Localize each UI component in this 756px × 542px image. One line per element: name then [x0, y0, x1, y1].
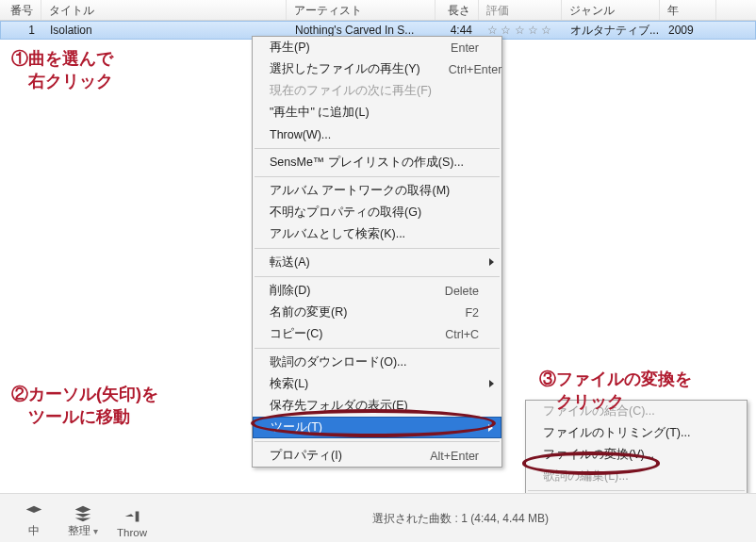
- menu-rename-shortcut: F2: [465, 306, 479, 320]
- toolbar-throw-button[interactable]: Throw: [107, 506, 156, 538]
- col-number[interactable]: 番号: [0, 0, 41, 20]
- menu-separator: [528, 490, 745, 491]
- menu-search[interactable]: 検索(L): [253, 373, 501, 395]
- annotation-3: ③ファイルの変換を クリック: [539, 368, 692, 414]
- menu-separator: [255, 148, 500, 149]
- menu-play-selected-label: 選択したファイルの再生(Y): [270, 61, 420, 77]
- menu-play-selected[interactable]: 選択したファイルの再生(Y) Ctrl+Enter: [253, 58, 501, 80]
- layers-icon: [73, 503, 93, 524]
- toolbar-view-label: 中: [28, 524, 40, 538]
- menu-transfer[interactable]: 転送(A): [253, 252, 501, 273]
- cell-year: 2009: [661, 22, 717, 39]
- menu-delete-shortcut: Delete: [445, 285, 479, 298]
- col-rating[interactable]: 評価: [479, 0, 562, 20]
- menu-play-after-current: 現在のファイルの次に再生(F): [253, 80, 501, 102]
- menu-play-shortcut: Enter: [451, 41, 479, 55]
- cell-genre: オルタナティブ...: [563, 21, 661, 41]
- menu-separator: [255, 176, 500, 177]
- menu-search-as-album-label: アルバムとして検索(K)...: [270, 226, 405, 242]
- cell-title: Isolation: [42, 22, 288, 39]
- menu-search-label: 検索(L): [270, 376, 308, 392]
- stack-icon: [24, 503, 44, 524]
- col-artist[interactable]: アーティスト: [287, 0, 436, 20]
- menu-separator: [255, 441, 500, 442]
- annotation-circle-2: [522, 452, 660, 475]
- menu-separator: [255, 276, 500, 277]
- menu-separator: [255, 248, 500, 249]
- toolbar-organize-label: 整理: [68, 524, 98, 538]
- menu-add-to-playing-label: "再生中" に追加(L): [270, 105, 370, 121]
- menu-get-artwork[interactable]: アルバム アートワークの取得(M): [253, 180, 501, 202]
- annotation-1: ①曲を選んで 右クリック: [11, 47, 113, 93]
- menu-rename-label: 名前の変更(R): [270, 304, 347, 320]
- throw-icon: [122, 506, 142, 527]
- menu-properties-label: プロパティ(I): [270, 448, 342, 464]
- menu-copy-shortcut: Ctrl+C: [445, 328, 479, 341]
- menu-download-lyrics[interactable]: 歌詞のダウンロード(O)...: [253, 352, 501, 373]
- toolbar-view-button[interactable]: 中: [9, 503, 58, 538]
- menu-search-as-album[interactable]: アルバムとして検索(K)...: [253, 223, 501, 245]
- menu-get-artwork-label: アルバム アートワークの取得(M): [270, 183, 450, 199]
- menu-throw[interactable]: Throw(W)...: [253, 123, 501, 145]
- menu-play[interactable]: 再生(P) Enter: [253, 37, 501, 58]
- annotation-2: ②カーソル(矢印)を ツールに移動: [11, 383, 158, 429]
- col-year[interactable]: 年: [660, 0, 716, 20]
- menu-copy-label: コピー(C): [270, 326, 322, 342]
- track-table: 番号 タイトル アーティスト 長さ 評価 ジャンル 年 1 Isolation …: [0, 0, 756, 40]
- submenu-trim-label: ファイルのトリミング(T)...: [543, 425, 690, 441]
- menu-dl-lyrics-label: 歌詞のダウンロード(O)...: [270, 354, 406, 370]
- menu-play-label: 再生(P): [270, 40, 310, 56]
- menu-properties-shortcut: Alt+Enter: [430, 450, 479, 463]
- cell-number: 1: [1, 22, 42, 39]
- menu-delete[interactable]: 削除(D) Delete: [253, 280, 501, 302]
- menu-properties[interactable]: プロパティ(I) Alt+Enter: [253, 445, 501, 467]
- menu-play-selected-shortcut: Ctrl+Enter: [449, 63, 502, 76]
- menu-get-unknown-properties[interactable]: 不明なプロパティの取得(G): [253, 202, 501, 223]
- status-text: 選択された曲数 : 1 (4:44, 4.44 MB): [372, 511, 549, 538]
- col-genre[interactable]: ジャンル: [562, 0, 660, 20]
- submenu-trim-file[interactable]: ファイルのトリミング(T)...: [526, 422, 747, 444]
- menu-delete-label: 削除(D): [270, 283, 310, 299]
- submenu-arrow-icon: [489, 258, 494, 266]
- submenu-arrow-icon: [489, 380, 494, 387]
- menu-throw-label: Throw(W)...: [270, 128, 331, 141]
- menu-rename[interactable]: 名前の変更(R) F2: [253, 302, 501, 323]
- menu-transfer-label: 転送(A): [270, 255, 310, 271]
- toolbar-throw-label: Throw: [117, 527, 147, 538]
- menu-copy[interactable]: コピー(C) Ctrl+C: [253, 323, 501, 345]
- context-menu: 再生(P) Enter 選択したファイルの再生(Y) Ctrl+Enter 現在…: [252, 36, 502, 468]
- col-length[interactable]: 長さ: [436, 0, 479, 20]
- menu-add-to-playing[interactable]: "再生中" に追加(L): [253, 102, 501, 123]
- annotation-circle-1: [251, 409, 496, 437]
- table-header: 番号 タイトル アーティスト 長さ 評価 ジャンル 年: [0, 0, 756, 21]
- col-title[interactable]: タイトル: [41, 0, 287, 20]
- bottom-toolbar: 中 整理 Throw 選択された曲数 : 1 (4:44, 4.44 MB): [0, 493, 756, 542]
- toolbar-organize-button[interactable]: 整理: [58, 503, 107, 538]
- menu-sensme-label: SensMe™ プレイリストの作成(S)...: [270, 155, 464, 171]
- menu-sensme[interactable]: SensMe™ プレイリストの作成(S)...: [253, 152, 501, 173]
- menu-play-after-label: 現在のファイルの次に再生(F): [270, 83, 432, 99]
- menu-get-unknownprop-label: 不明なプロパティの取得(G): [270, 205, 421, 221]
- menu-separator: [255, 348, 500, 349]
